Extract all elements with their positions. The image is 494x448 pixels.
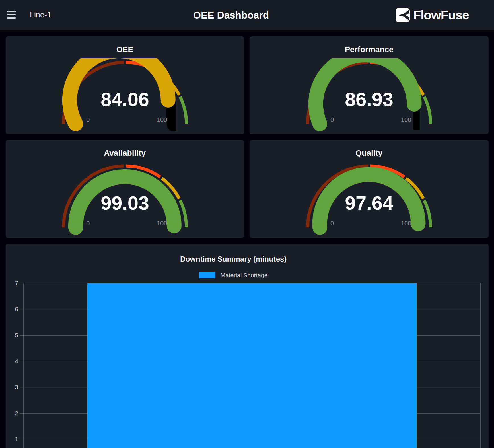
y-tick-label: 4: [6, 358, 18, 365]
gauge-value: 97.64: [345, 192, 393, 214]
y-tick-label: 6: [6, 306, 18, 313]
y-axis-line: [23, 283, 24, 448]
gauge-card-availability: Availability 99.03 0 100: [6, 140, 244, 238]
chart-right-border: [480, 283, 481, 448]
y-tick-label: 7: [6, 280, 18, 287]
y-tick-label: 1: [6, 436, 18, 443]
gauge-title: Performance: [250, 45, 489, 54]
performance-gauge: 86.93 0 100: [305, 58, 433, 132]
gauge-max-label: 100: [157, 116, 167, 123]
gauge-title: Quality: [250, 149, 489, 158]
quality-gauge: 97.64 0 100: [305, 162, 433, 235]
flowfuse-icon: [396, 8, 410, 22]
chart-plot-area: 7654321: [6, 244, 489, 448]
y-tickmark: [20, 361, 23, 361]
gauge-value: 86.93: [345, 89, 393, 110]
material-shortage-bar[interactable]: [87, 283, 417, 448]
brand-name: FlowFuse: [413, 8, 469, 22]
availability-gauge: 99.03 0 100: [61, 162, 189, 235]
gauge-max-label: 100: [401, 116, 411, 123]
gauge-title: Availability: [6, 149, 244, 158]
y-tickmark: [20, 413, 23, 414]
gauge-min-label: 0: [86, 116, 89, 123]
oee-gauge: 84.06 0 100: [61, 58, 189, 132]
gauge-title: OEE: [6, 45, 244, 54]
y-tickmark: [20, 387, 23, 387]
y-tick-label: 3: [6, 384, 18, 391]
y-tickmark: [20, 309, 23, 309]
gauge-card-oee: OEE 84.06 0 100: [6, 36, 244, 134]
gauge-min-label: 0: [86, 220, 89, 227]
gauge-max-label: 100: [401, 220, 411, 227]
gauge-value: 84.06: [100, 89, 149, 110]
y-tick-label: 2: [6, 410, 18, 417]
gauge-card-quality: Quality 97.64 0 100: [250, 140, 489, 238]
app-bar: Line-1 OEE Dashboard FlowFuse: [0, 0, 494, 30]
y-tickmark: [20, 439, 23, 439]
gauge-card-performance: Performance 86.93 0 100: [250, 36, 489, 134]
gauge-min-label: 0: [330, 220, 334, 227]
menu-icon[interactable]: [7, 11, 16, 19]
gauge-max-label: 100: [157, 220, 167, 227]
y-tick-label: 5: [6, 332, 18, 339]
downtime-chart-card: Downtime Summary (minutes) Material Shor…: [6, 244, 489, 448]
gauge-value: 99.03: [100, 192, 149, 214]
page-title: OEE Dashboard: [193, 0, 269, 30]
y-tickmark: [20, 335, 23, 336]
gauge-min-label: 0: [330, 116, 334, 123]
y-tickmark: [20, 283, 23, 283]
page-name: Line-1: [30, 0, 51, 30]
flowfuse-logo[interactable]: FlowFuse: [396, 8, 469, 22]
